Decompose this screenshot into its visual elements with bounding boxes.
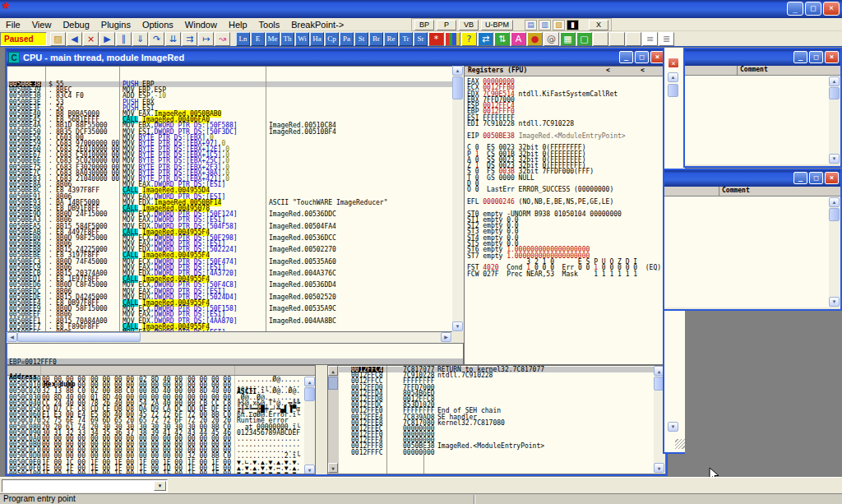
plugin-button-vb[interactable]: VB (459, 20, 479, 30)
blank-button-3[interactable] (626, 32, 641, 46)
plugin-button-u-bpm[interactable]: U-BPM (481, 20, 513, 30)
comment2-close-icon[interactable]: × (825, 172, 839, 184)
disassembly-pane[interactable]: 0050BE38$55PUSH EBP0050BE39.8BECMOV EBP,… (7, 66, 464, 332)
register-row[interactable]: EDI 7C910228 ntdll.7C910228 (465, 121, 665, 127)
toolbar-letter-tr[interactable]: Tr (399, 32, 413, 46)
disasm-row[interactable]: 0050BE8C.E8 4397F8FFCALL ImageRed.004955… (7, 187, 463, 193)
dump-scrollbar[interactable]: ▲ ▼ (304, 377, 315, 474)
animate-into-icon[interactable]: ⇊ (165, 32, 181, 46)
menu-item-breakpoint[interactable]: BreakPoint-> (285, 19, 349, 30)
blank-button-1[interactable] (593, 32, 608, 46)
restart-icon[interactable]: ◀ (67, 32, 82, 46)
dump-pane[interactable]: Address Hex dump ASCII 0050C00000 00 00 … (7, 365, 316, 474)
toolbar-letter-e[interactable]: E (251, 32, 265, 46)
restore-button[interactable]: □ (805, 2, 821, 16)
highlight-a-icon[interactable]: A (511, 32, 526, 46)
main-titlebar[interactable]: * _ □ × (0, 0, 842, 18)
record-target-icon[interactable]: ● (527, 32, 543, 46)
menu-item-plugins[interactable]: Plugins (95, 19, 136, 30)
command-combobox[interactable]: ▼ (2, 479, 168, 492)
run-icon[interactable]: ▶ (99, 32, 115, 46)
menu-item-debug[interactable]: Debug (57, 19, 95, 30)
stack-left-scrollbar[interactable]: ▲ ▼ (328, 366, 339, 474)
toolbar-letter-re[interactable]: Re (384, 32, 398, 46)
blank-button-2[interactable] (609, 32, 625, 46)
dump-column-headers[interactable]: Address Hex dump ASCII (7, 366, 315, 376)
resize-grip[interactable] (675, 439, 685, 449)
cpu-titlebar[interactable]: C CPU - main thread, module ImageRed _ □… (7, 49, 666, 66)
plugin-close-button[interactable]: X (589, 20, 608, 30)
sync-arrows-icon[interactable]: ⇄ (478, 32, 493, 46)
disasm-row[interactable]: 0050BEE9.8B0D 58F15000MOV ECX,DWORD PTR … (7, 306, 463, 312)
comment2-minimize-icon[interactable]: _ (793, 172, 807, 184)
register-row[interactable]: FCW 027F Prec NEAR,53 Mask 1 1 1 1 1 1 (465, 271, 665, 277)
close-program-icon[interactable]: × (83, 32, 99, 46)
comment1-maximize-icon[interactable]: □ (809, 51, 823, 63)
toolbar-letter-ln[interactable]: Ln (236, 32, 250, 46)
open-file-icon[interactable]: ▨ (50, 32, 66, 46)
register-row[interactable]: EFL 00000246 (NO,NB,E,BE,NS,PE,GE,LE) (465, 199, 665, 205)
options-gear-icon[interactable]: * (428, 32, 444, 46)
toolbar-letter-sr[interactable]: Sr (414, 32, 428, 46)
step-over-icon[interactable]: ↷ (149, 32, 164, 46)
comment2-column-header[interactable]: Comment (664, 187, 840, 197)
list-columns-icon[interactable]: ≡ (642, 32, 658, 46)
toolbar-letter-me[interactable]: Me (266, 32, 280, 46)
menu-item-window[interactable]: Window (179, 19, 223, 30)
keyboard-icon[interactable]: ▦ (560, 32, 576, 46)
disasm-row[interactable]: 0050BEF7.E8 F896F8FFCALL ImageRed.004955… (7, 324, 463, 330)
info-pane[interactable]: EBP=0012FFF0 (7, 343, 464, 365)
strip-close-icon[interactable]: × (668, 58, 679, 68)
toolbar-letter-ha[interactable]: Ha (310, 32, 324, 46)
screen-icon[interactable]: ▢ (576, 32, 592, 46)
disassembly-vscrollbar[interactable]: ▲ ▼ (452, 66, 464, 332)
step-into-icon[interactable]: ⇓ (132, 32, 148, 46)
appearance-colors-icon[interactable] (445, 32, 460, 46)
toolbar-letter-th[interactable]: Th (280, 32, 294, 46)
menu-item-tools[interactable]: Tools (253, 19, 286, 30)
notepad-icon[interactable]: ▤ (525, 20, 537, 30)
registers-header[interactable]: Registers (FPU) < < (465, 67, 665, 76)
cpu-maximize-icon[interactable]: □ (635, 51, 649, 63)
console-icon[interactable]: ▮ (567, 20, 579, 30)
comment1-minimize-icon[interactable]: _ (793, 51, 807, 63)
animate-over-icon[interactable]: ⇉ (182, 32, 197, 46)
comment-window-1[interactable]: _ □ × Comment ▲ ▼ (683, 48, 842, 168)
log-icon[interactable]: ▥ (539, 20, 551, 30)
disasm-row[interactable]: 0050BE83.C683 21040000 00MOV BYTE PTR DS… (7, 176, 463, 182)
disasm-row[interactable]: 0050BE3B.83C4 F0ADD ESP,-10 (7, 93, 463, 99)
toolbar-letter-pa[interactable]: Pa (340, 32, 354, 46)
strip-scroll-down-icon[interactable]: ▼ (668, 422, 678, 432)
menu-item-options[interactable]: Options (136, 19, 179, 30)
plugin-button-p[interactable]: P (437, 20, 456, 30)
plugin-button-bp[interactable]: BP (414, 20, 434, 30)
comment1-column-header[interactable]: Comment (685, 66, 840, 76)
strip-scroll-up-icon[interactable]: ▲ (668, 72, 678, 82)
comment2-scrollbar[interactable]: ▲ ▼ (829, 197, 840, 307)
comment1-close-icon[interactable]: × (825, 51, 839, 63)
disasm-row[interactable]: 0050BE3E.53PUSH EBX (7, 99, 463, 105)
toolbar-letter-br[interactable]: Br (369, 32, 383, 46)
spiral-icon[interactable]: @ (544, 32, 559, 46)
help-icon[interactable]: ? (461, 32, 477, 46)
menu-item-file[interactable]: File (0, 19, 26, 30)
disasm-row[interactable]: 0050BE38$55PUSH EBP (7, 81, 463, 87)
toolbar-letter-cp[interactable]: Cp (325, 32, 339, 46)
execute-till-return-icon[interactable]: ↦ (198, 32, 214, 46)
register-row[interactable]: T 0 GS 0000 NULL (465, 175, 665, 181)
disassembly-hscrollbar[interactable]: ◀ ▶ (7, 332, 452, 343)
pause-icon[interactable]: ∥ (116, 32, 132, 46)
minimize-button[interactable]: _ (787, 2, 803, 16)
menu-item-help[interactable]: Help (223, 19, 253, 30)
list-detail-icon[interactable]: ≣ (659, 32, 674, 46)
comment2-maximize-icon[interactable]: □ (809, 172, 823, 184)
comment-window-2-titlebar[interactable]: _ □ × (664, 170, 840, 187)
folder-icon[interactable]: ▨ (553, 20, 565, 30)
disasm-row[interactable]: 0050BEB0.8B0D 98F25000MOV ECX,DWORD PTR … (7, 235, 463, 241)
toolbar-letter-st[interactable]: St (354, 32, 368, 46)
skip-icon[interactable]: ↝ (215, 32, 230, 46)
disasm-row[interactable]: 0050BEC3.8B0D 74F45000MOV ECX,DWORD PTR … (7, 259, 463, 265)
combo-dropdown-icon[interactable]: ▼ (154, 481, 166, 491)
disasm-row[interactable]: 0050BED6.8B0D C8F45000MOV ECX,DWORD PTR … (7, 282, 463, 288)
registers-back2-icon[interactable]: < (641, 67, 645, 74)
